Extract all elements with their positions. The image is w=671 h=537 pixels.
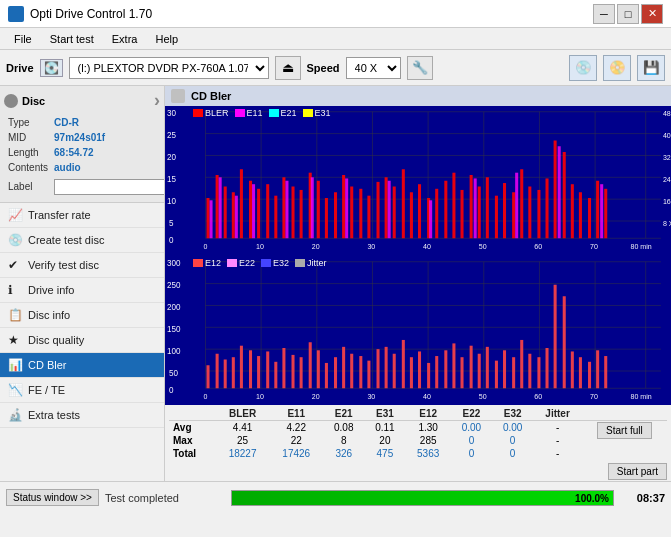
svg-rect-175	[563, 296, 566, 388]
svg-rect-90	[252, 184, 255, 238]
svg-rect-49	[292, 187, 295, 239]
maximize-button[interactable]: □	[617, 4, 639, 24]
svg-text:70: 70	[590, 391, 598, 401]
speed-select[interactable]: 40 X	[346, 57, 401, 79]
svg-rect-46	[266, 184, 269, 238]
svg-rect-55	[342, 175, 345, 238]
svg-rect-52	[317, 181, 320, 239]
progress-bar-container: 100.0%	[231, 490, 614, 506]
nav-item-fe-te[interactable]: 📉 FE / TE	[0, 378, 164, 403]
svg-rect-63	[410, 192, 413, 238]
speed-icon-btn[interactable]: 🔧	[407, 56, 433, 80]
nav-item-create-test-disc[interactable]: 💿 Create test disc	[0, 228, 164, 253]
minimize-button[interactable]: ─	[593, 4, 615, 24]
menu-start-test[interactable]: Start test	[42, 31, 102, 47]
disc-info-table: Type CD-R MID 97m24s01f Length 68:54.72 …	[4, 114, 165, 198]
jitter-color	[295, 259, 305, 267]
svg-rect-59	[377, 182, 380, 238]
svg-text:50: 50	[479, 391, 487, 401]
svg-rect-156	[402, 339, 405, 387]
legend-e11: E11	[235, 108, 263, 118]
nav-item-disc-info[interactable]: 📋 Disc info	[0, 303, 164, 328]
svg-text:15: 15	[167, 173, 176, 184]
stats-header-row: BLER E11 E21 E31 E12 E22 E32 Jitter	[169, 407, 667, 421]
close-button[interactable]: ✕	[641, 4, 663, 24]
stats-avg-bler: 4.41	[216, 421, 270, 435]
svg-rect-178	[588, 361, 591, 387]
svg-text:0: 0	[203, 391, 207, 401]
eject-button[interactable]: ⏏	[275, 56, 301, 80]
nav-item-extra-tests[interactable]: 🔬 Extra tests	[0, 403, 164, 428]
svg-text:70: 70	[590, 241, 598, 251]
drive-select[interactable]: (l:) PLEXTOR DVDR PX-760A 1.07	[69, 57, 269, 79]
svg-rect-43	[240, 169, 243, 238]
stats-container: BLER E11 E21 E31 E12 E22 E32 Jitter Avg	[165, 405, 671, 462]
nav-label-disc-info: Disc info	[28, 309, 70, 321]
menu-help[interactable]: Help	[147, 31, 186, 47]
disc-mid-row: MID 97m24s01f	[6, 131, 165, 144]
disc-section: Disc › Type CD-R MID 97m24s01f Length 68…	[0, 86, 164, 203]
nav-item-cd-bler[interactable]: 📊 CD Bler	[0, 353, 164, 378]
progress-label: 100.0%	[575, 492, 609, 503]
verify-test-disc-icon: ✔	[8, 258, 22, 272]
svg-text:80 min: 80 min	[631, 241, 652, 251]
nav-label-verify-test-disc: Verify test disc	[28, 259, 99, 271]
svg-text:10: 10	[256, 241, 264, 251]
top-chart-legend: BLER E11 E21 E31	[193, 108, 331, 118]
start-full-button[interactable]: Start full	[597, 422, 652, 439]
stats-col-e21: E21	[323, 407, 364, 421]
status-window-button[interactable]: Status window >>	[6, 489, 99, 506]
svg-text:60: 60	[534, 241, 542, 251]
window-title: Opti Drive Control 1.70	[30, 7, 152, 21]
svg-rect-155	[393, 353, 396, 388]
disc-label-input[interactable]	[54, 179, 165, 195]
nav-item-drive-info[interactable]: ℹ Drive info	[0, 278, 164, 303]
disc-btn-2[interactable]: 📀	[603, 55, 631, 81]
e12-color	[193, 259, 203, 267]
svg-rect-44	[249, 181, 252, 239]
start-part-button[interactable]: Start part	[608, 463, 667, 480]
menu-extra[interactable]: Extra	[104, 31, 146, 47]
stats-col-e31: E31	[364, 407, 405, 421]
legend-e31: E31	[303, 108, 331, 118]
svg-rect-67	[444, 181, 447, 239]
disc-btn-1[interactable]: 💿	[569, 55, 597, 81]
disc-header-label: Disc	[22, 95, 45, 107]
svg-rect-164	[470, 345, 473, 388]
svg-rect-179	[596, 350, 599, 388]
save-button[interactable]: 💾	[637, 55, 665, 81]
fe-te-icon: 📉	[8, 383, 22, 397]
bler-title: CD Bler	[191, 90, 231, 102]
svg-text:40 X: 40 X	[663, 131, 671, 141]
nav-item-transfer-rate[interactable]: 📈 Transfer rate	[0, 203, 164, 228]
stats-max-label: Max	[169, 434, 216, 447]
svg-rect-75	[512, 192, 515, 238]
svg-rect-83	[579, 192, 582, 238]
svg-rect-144	[300, 357, 303, 388]
menu-file[interactable]: File	[6, 31, 40, 47]
nav-item-verify-test-disc[interactable]: ✔ Verify test disc	[0, 253, 164, 278]
bottom-chart-legend: E12 E22 E32 Jitter	[193, 258, 327, 268]
chart-bottom: E12 E22 E32 Jitter	[165, 256, 671, 406]
stats-total-jitter: -	[533, 447, 582, 460]
svg-rect-40	[216, 175, 219, 238]
svg-rect-143	[292, 354, 295, 387]
disc-type-value: CD-R	[52, 116, 165, 129]
svg-rect-88	[219, 177, 222, 238]
stats-total-label: Total	[169, 447, 216, 460]
stats-avg-label: Avg	[169, 421, 216, 435]
e21-color	[269, 109, 279, 117]
stats-max-e12: 285	[406, 434, 451, 447]
svg-rect-74	[503, 183, 506, 238]
nav-item-disc-quality[interactable]: ★ Disc quality	[0, 328, 164, 353]
nav-label-drive-info: Drive info	[28, 284, 74, 296]
svg-text:0: 0	[203, 241, 207, 251]
svg-rect-66	[435, 189, 438, 238]
speed-label: Speed	[307, 62, 340, 74]
svg-rect-147	[325, 362, 328, 387]
stats-col-bler: BLER	[216, 407, 270, 421]
stats-table: BLER E11 E21 E31 E12 E22 E32 Jitter Avg	[169, 407, 667, 460]
stats-start-full-cell: Start full	[582, 421, 667, 461]
stats-col-e32: E32	[492, 407, 533, 421]
svg-rect-61	[393, 187, 396, 239]
